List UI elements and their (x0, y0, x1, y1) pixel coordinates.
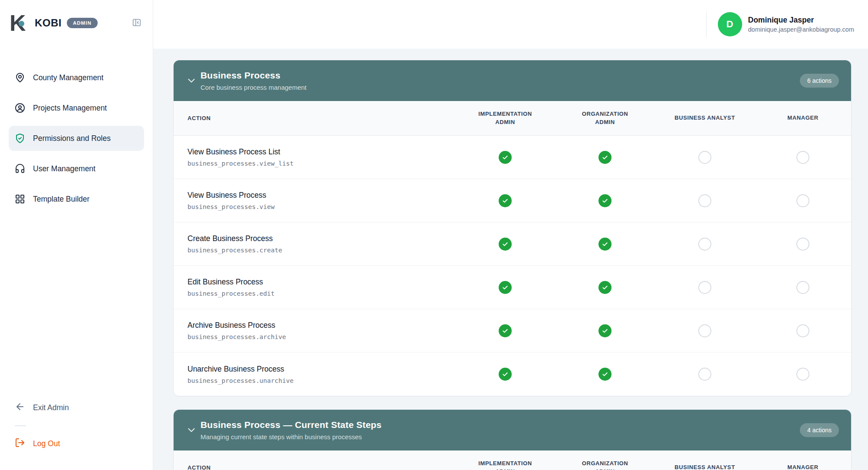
permission-granted-icon[interactable] (598, 238, 612, 251)
logout-label: Log Out (33, 439, 60, 448)
permission-empty-circle[interactable] (796, 238, 809, 251)
permission-granted-icon[interactable] (598, 151, 612, 164)
permission-empty-circle[interactable] (698, 238, 711, 251)
permission-granted-icon[interactable] (499, 194, 512, 207)
permission-granted-icon[interactable] (499, 151, 512, 164)
role-cell (655, 368, 755, 381)
section-title: Business Process — Current State Steps (201, 420, 381, 430)
chevron-down-icon (186, 75, 197, 86)
column-header: ACTION (174, 464, 455, 470)
permission-granted-icon[interactable] (499, 238, 512, 251)
main-area: D Dominique Jasper dominique.jasper@anko… (153, 0, 868, 470)
action-title: View Business Process (187, 191, 455, 200)
exit-admin-label: Exit Admin (33, 403, 69, 412)
permission-code: business_processes.unarchive (187, 377, 455, 384)
permission-empty-circle[interactable] (796, 324, 809, 337)
chevron-down-icon (186, 424, 197, 436)
permission-granted-icon[interactable] (598, 281, 612, 294)
permission-empty-circle[interactable] (698, 194, 711, 207)
permission-empty-circle[interactable] (698, 368, 711, 381)
sidebar-item-projects-management[interactable]: Projects Management (9, 95, 144, 121)
sidebar-item-template-builder[interactable]: Template Builder (9, 186, 144, 212)
sidebar-item-county-management[interactable]: County Management (9, 65, 144, 90)
permission-granted-icon[interactable] (598, 368, 612, 381)
map-pin-icon (15, 72, 25, 83)
table-header-row: ACTIONIMPLEMENTATION ADMINORGANIZATION A… (174, 450, 851, 470)
column-header: ORGANIZATION ADMIN (572, 110, 638, 127)
permission-granted-icon[interactable] (499, 324, 512, 337)
role-cell (655, 324, 755, 337)
section-subtitle: Core business process management (201, 84, 306, 91)
permission-empty-circle[interactable] (796, 368, 809, 381)
action-title: Unarchive Business Process (187, 365, 455, 374)
sidebar-collapse-button[interactable] (130, 16, 143, 29)
avatar: D (718, 12, 742, 36)
sidebar-item-permissions-and-roles[interactable]: Permissions and Roles (9, 126, 144, 151)
brand-name: KOBI (35, 17, 62, 29)
role-cell (555, 324, 655, 337)
action-title: View Business Process List (187, 147, 455, 157)
table-row: Create Business Process business_process… (174, 222, 851, 266)
role-cell (755, 324, 851, 337)
role-cell (655, 194, 755, 207)
actions-count-badge: 4 actions (800, 423, 839, 437)
role-cell (655, 281, 755, 294)
sidebar-footer: Exit Admin Log Out (0, 397, 153, 470)
sidebar-item-label: Permissions and Roles (33, 134, 111, 143)
permission-empty-circle[interactable] (796, 281, 809, 294)
role-cell (755, 368, 851, 381)
permission-granted-icon[interactable] (598, 194, 612, 207)
action-cell: Archive Business Process business_proces… (174, 321, 455, 340)
role-cell (755, 194, 851, 207)
role-cell (455, 238, 555, 251)
permission-empty-circle[interactable] (698, 151, 711, 164)
logout-icon (15, 437, 25, 450)
column-header: IMPLEMENTATION ADMIN (473, 460, 538, 470)
role-cell (555, 368, 655, 381)
permission-section-card: Business Process Core business process m… (173, 60, 852, 396)
sidebar-item-label: Projects Management (33, 104, 107, 113)
sidebar-item-user-management[interactable]: User Management (9, 156, 144, 181)
permission-empty-circle[interactable] (796, 151, 809, 164)
section-subtitle: Managing current state steps within busi… (201, 433, 381, 441)
sidebar-item-label: Template Builder (33, 195, 89, 204)
permission-empty-circle[interactable] (698, 281, 711, 294)
role-cell (755, 238, 851, 251)
role-cell (455, 281, 555, 294)
column-header: MANAGER (787, 463, 818, 470)
exit-admin-button[interactable]: Exit Admin (10, 397, 142, 418)
column-header: ORGANIZATION ADMIN (572, 460, 638, 470)
role-cell (455, 194, 555, 207)
table-row: Edit Business Process business_processes… (174, 266, 851, 309)
table-body: View Business Process List business_proc… (174, 136, 851, 396)
permission-granted-icon[interactable] (499, 281, 512, 294)
kobi-logo: K (10, 12, 30, 34)
headphones-icon (15, 163, 25, 174)
permission-empty-circle[interactable] (698, 324, 711, 337)
sidebar-item-label: User Management (33, 164, 95, 173)
table-row: Unarchive Business Process business_proc… (174, 352, 851, 396)
action-title: Edit Business Process (187, 277, 455, 287)
permission-empty-circle[interactable] (796, 194, 809, 207)
logout-button[interactable]: Log Out (10, 433, 142, 454)
action-title: Archive Business Process (187, 321, 455, 330)
column-header: ACTION (174, 115, 455, 121)
permission-code: business_processes.create (187, 247, 455, 254)
permission-granted-icon[interactable] (598, 324, 612, 337)
role-cell (755, 281, 851, 294)
permission-code: business_processes.edit (187, 290, 455, 297)
role-cell (655, 238, 755, 251)
action-cell: Unarchive Business Process business_proc… (174, 365, 455, 384)
column-header: BUSINESS ANALYST (674, 114, 735, 122)
section-header[interactable]: Business Process Core business process m… (174, 60, 851, 101)
user-block[interactable]: D Dominique Jasper dominique.jasper@anko… (706, 12, 854, 37)
role-cell (555, 238, 655, 251)
section-header[interactable]: Business Process — Current State Steps M… (174, 410, 851, 450)
footer-divider (15, 425, 26, 426)
permission-granted-icon[interactable] (499, 368, 512, 381)
column-header: BUSINESS ANALYST (674, 463, 735, 470)
table-row: View Business Process List business_proc… (174, 136, 851, 179)
action-cell: View Business Process List business_proc… (174, 147, 455, 167)
user-circle-icon (15, 103, 25, 113)
role-cell (555, 194, 655, 207)
